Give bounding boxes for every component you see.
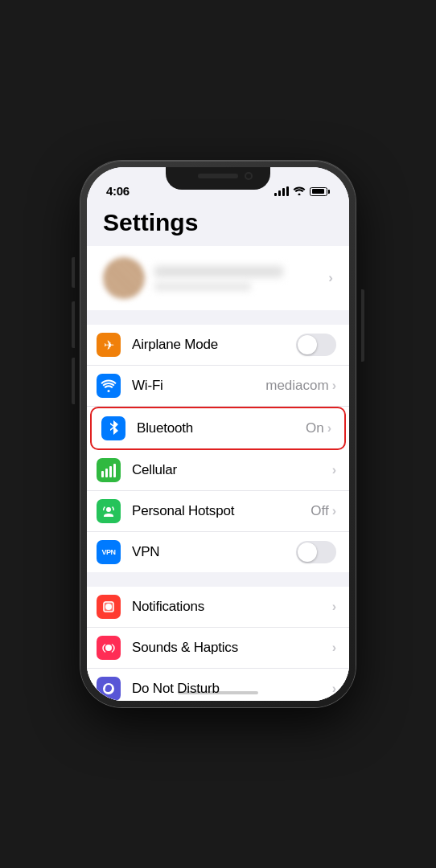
settings-screen: 4:06 xyxy=(87,167,349,701)
signal-icon xyxy=(274,186,289,196)
volume-up-button[interactable] xyxy=(72,301,75,348)
profile-name-blurred xyxy=(154,266,283,277)
cellular-row[interactable]: Cellular › xyxy=(87,450,349,491)
airplane-mode-label: Airplane Mode xyxy=(132,337,296,353)
power-button[interactable] xyxy=(361,289,364,362)
avatar xyxy=(103,257,145,299)
personal-hotspot-label: Personal Hotspot xyxy=(132,503,311,519)
bluetooth-label: Bluetooth xyxy=(137,420,306,436)
wifi-settings-icon xyxy=(97,374,121,398)
settings-content[interactable]: Settings › xyxy=(87,203,349,701)
profile-row[interactable]: › xyxy=(87,246,349,310)
svg-rect-3 xyxy=(113,464,116,477)
mute-button[interactable] xyxy=(72,257,75,288)
airplane-mode-toggle[interactable] xyxy=(296,334,336,356)
svg-point-4 xyxy=(106,507,111,512)
notifications-section: Notifications › xyxy=(87,587,349,701)
sounds-haptics-row[interactable]: Sounds & Haptics › xyxy=(87,628,349,669)
vpn-label: VPN xyxy=(132,544,296,560)
sounds-haptics-icon xyxy=(97,636,121,660)
notifications-icon xyxy=(97,595,121,619)
personal-hotspot-icon xyxy=(97,499,121,523)
phone-screen: 4:06 xyxy=(87,167,349,701)
do-not-disturb-label: Do Not Disturb xyxy=(132,681,332,697)
bluetooth-row[interactable]: Bluetooth On › xyxy=(90,407,346,450)
vpn-icon: VPN xyxy=(97,540,121,564)
status-time: 4:06 xyxy=(106,184,130,198)
speaker xyxy=(198,174,238,178)
airplane-mode-icon: ✈ xyxy=(97,333,121,357)
profile-chevron: › xyxy=(328,270,333,286)
wifi-value: mediacom xyxy=(265,378,328,394)
notifications-group: Notifications › xyxy=(87,587,349,701)
status-icons xyxy=(274,185,330,198)
svg-point-8 xyxy=(105,645,112,651)
sounds-haptics-chevron: › xyxy=(332,641,336,655)
notifications-chevron: › xyxy=(332,600,336,614)
do-not-disturb-row[interactable]: Do Not Disturb › xyxy=(87,669,349,701)
wifi-label: Wi-Fi xyxy=(132,378,265,394)
wifi-row[interactable]: Wi-Fi mediacom › xyxy=(87,366,349,407)
home-indicator xyxy=(178,691,258,694)
do-not-disturb-chevron: › xyxy=(332,682,336,696)
connectivity-group: ✈ Airplane Mode xyxy=(87,325,349,572)
notifications-label: Notifications xyxy=(132,599,332,615)
personal-hotspot-row[interactable]: Personal Hotspot Off › xyxy=(87,491,349,532)
vpn-toggle[interactable] xyxy=(296,541,336,563)
bluetooth-chevron: › xyxy=(327,421,331,436)
cellular-label: Cellular xyxy=(132,462,332,478)
svg-rect-1 xyxy=(105,469,108,477)
bluetooth-icon xyxy=(101,416,125,440)
svg-point-7 xyxy=(105,604,112,610)
personal-hotspot-chevron: › xyxy=(332,504,336,518)
do-not-disturb-icon xyxy=(97,677,121,701)
sounds-haptics-label: Sounds & Haptics xyxy=(132,640,332,656)
page-title: Settings xyxy=(87,203,349,246)
cellular-icon xyxy=(97,458,121,482)
wifi-chevron: › xyxy=(332,379,336,393)
profile-subtitle-blurred xyxy=(154,282,251,291)
front-camera xyxy=(245,172,253,180)
volume-down-button[interactable] xyxy=(72,358,75,404)
personal-hotspot-value: Off xyxy=(311,503,328,519)
status-bar: 4:06 xyxy=(87,167,349,203)
wifi-icon xyxy=(293,185,306,198)
svg-rect-0 xyxy=(101,471,104,477)
notifications-row[interactable]: Notifications › xyxy=(87,587,349,628)
cellular-chevron: › xyxy=(332,463,336,477)
bluetooth-value: On xyxy=(306,420,324,436)
notch xyxy=(166,167,270,190)
vpn-row[interactable]: VPN VPN xyxy=(87,532,349,572)
phone-frame: 4:06 xyxy=(80,161,356,707)
connectivity-section: ✈ Airplane Mode xyxy=(87,325,349,572)
svg-rect-2 xyxy=(109,466,112,477)
battery-icon xyxy=(310,187,330,196)
airplane-mode-row[interactable]: ✈ Airplane Mode xyxy=(87,325,349,366)
